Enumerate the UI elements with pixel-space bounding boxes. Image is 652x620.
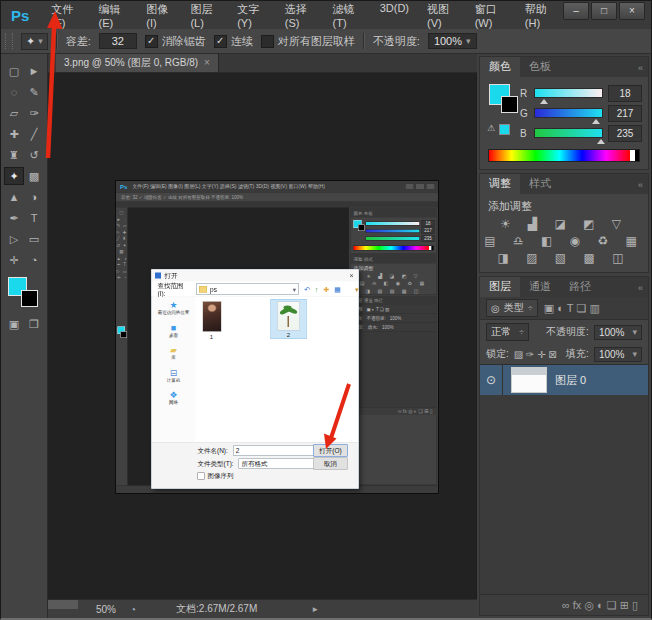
- pen-tool[interactable]: ✒: [4, 209, 24, 227]
- file-name-input[interactable]: 2 ▾: [233, 446, 325, 456]
- place-recent[interactable]: ★ 最近访问的位置: [152, 300, 196, 316]
- canvas-area[interactable]: Ps 文件(F) 编辑(E) 图像(I) 图层(L) 文字(Y) 选择(S) 滤…: [48, 73, 477, 599]
- channel-r-slider[interactable]: [534, 88, 603, 98]
- menu-layer[interactable]: 图层(L): [182, 0, 227, 33]
- quick-selection-tool[interactable]: ✎: [24, 83, 44, 101]
- tab-swatches[interactable]: 色板: [520, 57, 560, 77]
- file-item-2-selected[interactable]: 2: [271, 299, 307, 339]
- channel-b-value[interactable]: 235: [608, 125, 642, 142]
- screen-mode-button[interactable]: ❐: [24, 315, 44, 333]
- minimize-button[interactable]: –: [563, 2, 589, 20]
- quick-mask-button[interactable]: ▣: [4, 315, 24, 333]
- channel-g-slider[interactable]: [534, 108, 603, 118]
- look-in-dropdown[interactable]: ps ▾: [196, 284, 299, 295]
- image-sequence-option[interactable]: 图像序列: [198, 472, 234, 481]
- lasso-tool[interactable]: ◌: [4, 83, 24, 101]
- sample-all-layers-checkbox[interactable]: [261, 35, 274, 48]
- menu-select[interactable]: 选择(S): [277, 0, 323, 33]
- preview-pane-icon[interactable]: ▾: [355, 285, 359, 293]
- gamut-color-swatch[interactable]: [499, 124, 510, 135]
- menu-window[interactable]: 窗口(W): [467, 0, 515, 33]
- image-sequence-checkbox[interactable]: [198, 473, 205, 480]
- document-close-icon[interactable]: ×: [204, 54, 210, 72]
- background-color-well[interactable]: [501, 96, 518, 113]
- blend-mode-dropdown[interactable]: 正常 ÷: [486, 323, 529, 341]
- channel-g-value[interactable]: 217: [608, 105, 642, 122]
- layer-row-selected[interactable]: ⊙ 图层 0: [480, 365, 648, 395]
- channel-b-slider[interactable]: [534, 128, 603, 138]
- document-tab[interactable]: 3.png @ 50% (图层 0, RGB/8) ×: [56, 54, 219, 72]
- background-color-swatch[interactable]: [21, 290, 38, 307]
- shape-tool[interactable]: ▭: [24, 230, 44, 248]
- rectangular-marquee-tool[interactable]: ▢: [4, 62, 24, 80]
- tolerance-input[interactable]: 32: [99, 33, 137, 49]
- place-desktop[interactable]: ■ 桌面: [152, 323, 196, 339]
- panel-menu-icon[interactable]: «: [633, 283, 648, 297]
- menu-image[interactable]: 图像(I): [138, 0, 180, 33]
- move-tool[interactable]: ►: [24, 62, 44, 80]
- current-tool-chip[interactable]: ✦ ▾: [21, 33, 48, 50]
- opacity-dropdown[interactable]: 100% ▾: [428, 33, 477, 49]
- tab-adjustments[interactable]: 调整: [480, 174, 520, 194]
- open-button[interactable]: 打开(O): [314, 445, 348, 457]
- healing-brush-tool[interactable]: ✚: [4, 125, 24, 143]
- zoom-level[interactable]: 50%: [96, 604, 116, 615]
- layer-thumbnail[interactable]: [511, 367, 547, 393]
- menu-edit[interactable]: 编辑(E): [91, 0, 137, 33]
- lock-buttons[interactable]: ▨ ✑ ✛ ⊠: [514, 349, 557, 360]
- layer-filter-dropdown[interactable]: ◎ 类型 ÷: [486, 299, 538, 317]
- contiguous-checkbox[interactable]: ✓: [214, 35, 227, 48]
- menu-3d[interactable]: 3D(D): [372, 0, 417, 33]
- layers-panel-buttons[interactable]: ∞ fx ◎ ◐ ❏ ⊞ ▯: [480, 594, 648, 615]
- menu-filter[interactable]: 滤镜(T): [325, 0, 370, 33]
- menu-type[interactable]: 文字(Y): [229, 0, 275, 33]
- layer-visibility-eye-icon[interactable]: ⊙: [480, 365, 503, 395]
- hand-tool[interactable]: ✛: [4, 251, 24, 269]
- adjustment-icons-row-1[interactable]: ☀ ▟ ◪ ◩ ▽: [480, 216, 648, 233]
- brush-tool[interactable]: ╱: [24, 125, 44, 143]
- gradient-tool[interactable]: ▩: [24, 167, 44, 185]
- eraser-tool[interactable]: ▲: [4, 188, 24, 206]
- layer-filter-icons[interactable]: ▣ ◐ T ❏ ▥: [544, 302, 600, 315]
- gamut-warning-icon[interactable]: ⚠: [487, 123, 495, 133]
- tab-styles[interactable]: 样式: [520, 174, 560, 194]
- new-folder-icon[interactable]: ✚: [324, 285, 330, 293]
- panel-menu-icon[interactable]: «: [633, 180, 648, 194]
- place-network[interactable]: ❖ 网络: [152, 390, 196, 406]
- menu-view[interactable]: 视图(V): [419, 0, 465, 33]
- tab-channels[interactable]: 通道: [520, 277, 560, 297]
- layer-opacity-dropdown[interactable]: 100% ▾: [594, 325, 642, 340]
- tab-layers[interactable]: 图层: [480, 277, 520, 297]
- path-selection-tool[interactable]: ▷: [4, 230, 24, 248]
- place-computer[interactable]: ⊟ 计算机: [152, 368, 196, 384]
- adjustment-icons-row-2[interactable]: ▤ ♎ ◧ ◉ ♻ ▦: [480, 233, 648, 250]
- status-menu-arrow-icon[interactable]: ►: [311, 605, 319, 614]
- dialog-close-icon[interactable]: ×: [349, 272, 353, 280]
- anti-alias-option[interactable]: ✓ 消除锯齿: [145, 34, 206, 49]
- anti-alias-checkbox[interactable]: ✓: [145, 35, 158, 48]
- view-menu-icon[interactable]: ▦: [334, 285, 341, 293]
- maximize-button[interactable]: □: [591, 2, 617, 20]
- clone-stamp-tool[interactable]: ♜: [4, 146, 24, 164]
- tab-paths[interactable]: 路径: [560, 277, 600, 297]
- menu-file[interactable]: 文件(F): [43, 0, 88, 33]
- up-one-level-icon[interactable]: ↑: [315, 285, 319, 293]
- zoom-tool[interactable]: ◔: [24, 251, 44, 269]
- close-button[interactable]: ×: [619, 2, 645, 20]
- channel-r-value[interactable]: 18: [608, 85, 642, 102]
- panel-menu-icon[interactable]: «: [633, 63, 648, 77]
- scrollbar-corner[interactable]: [48, 600, 78, 609]
- tab-color[interactable]: 颜色: [480, 57, 520, 77]
- history-brush-tool[interactable]: ↺: [24, 146, 44, 164]
- file-thumbnail-1[interactable]: [203, 301, 222, 332]
- place-libraries[interactable]: ▰ 库: [152, 345, 196, 361]
- magic-wand-tool[interactable]: ✦: [4, 167, 24, 185]
- back-icon[interactable]: ↶: [304, 285, 310, 293]
- adjustment-icons-row-3[interactable]: ◨ ▨ ▧ ▩ ◫: [480, 250, 648, 272]
- dodge-tool[interactable]: ◑: [24, 188, 44, 206]
- crop-tool[interactable]: ▱: [4, 104, 24, 122]
- color-spectrum-ramp[interactable]: [488, 149, 640, 162]
- fill-dropdown[interactable]: 100% ▾: [594, 347, 642, 362]
- menu-help[interactable]: 帮助(H): [517, 0, 563, 33]
- eyedropper-tool[interactable]: ✑: [24, 104, 44, 122]
